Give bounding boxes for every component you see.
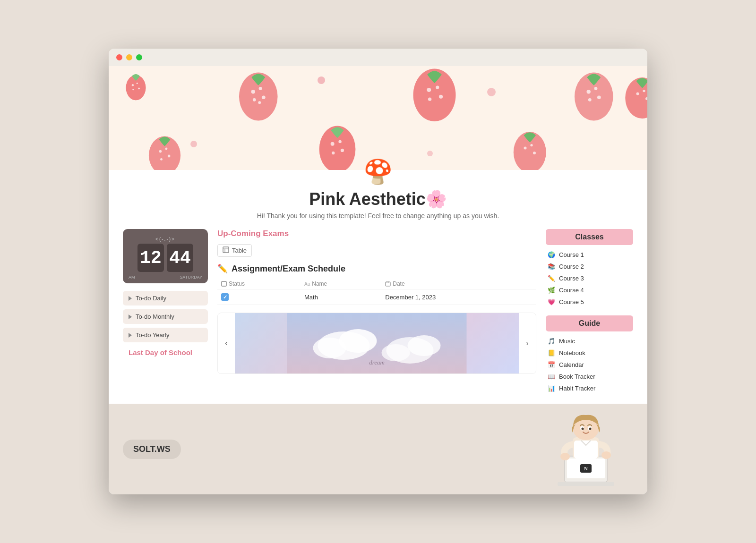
table-button-label: Table [232, 247, 247, 254]
table-row: ✓ Math December 1, 2023 [217, 289, 536, 305]
banner [109, 66, 647, 170]
svg-point-12 [258, 101, 261, 104]
svg-point-44 [427, 151, 433, 156]
todo-daily-button[interactable]: To-do Daily [123, 291, 208, 305]
svg-point-28 [159, 150, 162, 153]
habit-tracker-link[interactable]: 📊 Habit Tracker [546, 382, 633, 394]
guide-section: Guide 🎵 Music 📒 Notebook 📅 Calendar [546, 315, 633, 394]
course-1-label: Course 1 [559, 251, 584, 258]
last-day-link[interactable]: Last Day of School [123, 346, 208, 359]
schedule-title-text: Assignment/Exam Schedule [232, 264, 345, 274]
clock-footer: AM SATURDAY [129, 275, 202, 280]
col-status: Status [217, 279, 301, 289]
check-icon: ✓ [223, 294, 227, 300]
course-5-icon: 💗 [548, 298, 555, 305]
chevron-right-icon [129, 314, 132, 319]
svg-point-57 [408, 335, 441, 356]
svg-point-16 [439, 95, 443, 99]
app-window: 🍄 Pink Aesthetic🌸 Hi! Thank you for usin… [109, 49, 647, 494]
svg-point-24 [636, 93, 639, 95]
habit-tracker-label: Habit Tracker [559, 385, 595, 392]
svg-point-25 [643, 90, 645, 92]
course-5-link[interactable]: 💗 Course 5 [546, 296, 633, 308]
svg-rect-73 [574, 441, 598, 458]
todo-monthly-button[interactable]: To-do Monthly [123, 309, 208, 324]
center-content: Up-Coming Exams Table ✏️ Assignment/Exam… [217, 229, 536, 394]
svg-point-35 [341, 149, 344, 152]
svg-point-10 [262, 95, 266, 99]
svg-point-15 [436, 85, 439, 89]
page-subtitle: Hi! Thank you for using this template! F… [257, 212, 499, 220]
carousel-prev-button[interactable]: ‹ [218, 313, 235, 373]
course-1-icon: 🌍 [548, 251, 555, 258]
todo-yearly-button[interactable]: To-do Yearly [123, 328, 208, 342]
col-name: Aa Name [301, 279, 381, 289]
table-icon [223, 246, 229, 255]
course-2-icon: 📚 [548, 263, 555, 270]
svg-point-4 [137, 83, 138, 84]
carousel-next-button[interactable]: › [519, 313, 536, 373]
svg-point-40 [533, 152, 536, 154]
svg-point-29 [165, 148, 168, 150]
svg-rect-0 [109, 66, 647, 170]
music-label: Music [559, 338, 575, 345]
page-icon: 🍄 [363, 158, 393, 186]
maximize-button[interactable] [136, 54, 142, 60]
titlebar [109, 49, 647, 66]
svg-point-22 [588, 98, 592, 102]
svg-point-19 [586, 90, 591, 94]
gallery-carousel: ‹ [217, 313, 536, 374]
clock-digits: 12 44 [129, 244, 202, 272]
svg-point-38 [524, 147, 527, 150]
music-link[interactable]: 🎵 Music [546, 335, 633, 347]
clock-day: SATURDAY [180, 275, 202, 280]
course-3-link[interactable]: ✏️ Course 3 [546, 272, 633, 284]
clock-widget: <(-.-)> 12 44 AM SATURDAY [123, 229, 208, 283]
svg-rect-64 [558, 482, 614, 486]
calendar-link[interactable]: 📅 Calendar [546, 359, 633, 371]
table-view-button[interactable]: Table [217, 244, 252, 257]
notebook-link[interactable]: 📒 Notebook [546, 347, 633, 359]
col-date: Date [381, 279, 536, 289]
right-sidebar: Classes 🌍 Course 1 📚 Course 2 ✏️ Course … [546, 229, 633, 394]
chevron-right-icon [129, 296, 132, 301]
svg-point-36 [332, 152, 335, 154]
svg-point-66 [560, 453, 570, 460]
course-2-link[interactable]: 📚 Course 2 [546, 261, 633, 272]
notion-character-illustration: N [539, 411, 633, 487]
date-cell: December 1, 2023 [381, 289, 536, 305]
carousel-image: dream [235, 313, 519, 373]
svg-point-58 [382, 344, 410, 361]
svg-point-21 [597, 95, 601, 99]
course-4-label: Course 4 [559, 287, 584, 294]
course-3-icon: ✏️ [548, 275, 555, 282]
svg-point-33 [331, 142, 335, 146]
svg-text:dream: dream [369, 359, 385, 366]
svg-point-34 [338, 140, 341, 143]
course-1-link[interactable]: 🌍 Course 1 [546, 249, 633, 261]
svg-point-14 [427, 88, 431, 92]
checkbox-checked[interactable]: ✓ [221, 293, 229, 301]
svg-point-20 [594, 87, 598, 90]
page-title: Pink Aesthetic🌸 [309, 189, 447, 209]
calendar-icon: 📅 [548, 361, 555, 368]
pencil-emoji: ✏️ [217, 263, 228, 274]
todo-daily-label: To-do Daily [136, 295, 166, 302]
exams-section-title: Up-Coming Exams [217, 229, 536, 238]
calendar-label: Calendar [559, 361, 584, 368]
course-4-link[interactable]: 🌿 Course 4 [546, 284, 633, 296]
book-tracker-link[interactable]: 📖 Book Tracker [546, 371, 633, 382]
guide-section-title: Guide [546, 315, 633, 331]
svg-point-67 [601, 451, 611, 459]
schedule-title: ✏️ Assignment/Exam Schedule [217, 263, 536, 274]
svg-point-43 [190, 141, 197, 147]
clock-minute: 44 [167, 244, 193, 272]
svg-rect-49 [386, 282, 390, 286]
status-cell: ✓ [217, 289, 301, 305]
notebook-label: Notebook [559, 349, 585, 356]
svg-point-17 [428, 98, 431, 101]
svg-point-55 [313, 338, 346, 358]
classes-section-title: Classes [546, 229, 633, 245]
close-button[interactable] [116, 54, 122, 60]
minimize-button[interactable] [126, 54, 132, 60]
